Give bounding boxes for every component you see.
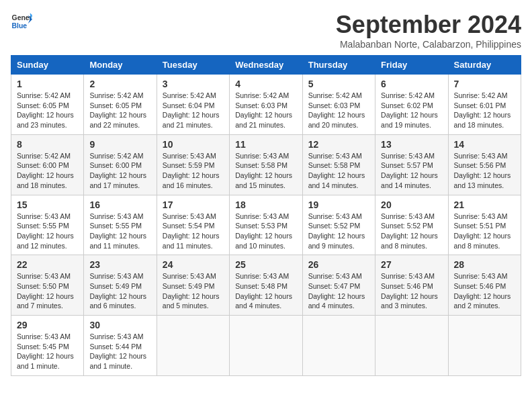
- day-number: 29: [17, 320, 78, 330]
- week-row-3: 15Sunrise: 5:43 AMSunset: 5:55 PMDayligh…: [11, 195, 521, 255]
- week-row-1: 1Sunrise: 5:42 AMSunset: 6:05 PMDaylight…: [11, 75, 521, 135]
- calendar-cell: 27Sunrise: 5:43 AMSunset: 5:46 PMDayligh…: [375, 255, 448, 316]
- day-number: 3: [163, 79, 224, 89]
- day-number: 5: [308, 79, 369, 89]
- day-number: 26: [308, 259, 369, 270]
- cell-content: Sunrise: 5:43 AMSunset: 5:44 PMDaylight:…: [89, 332, 150, 371]
- cell-content: Sunrise: 5:43 AMSunset: 5:56 PMDaylight:…: [454, 151, 515, 191]
- cell-content: Sunrise: 5:43 AMSunset: 5:51 PMDaylight:…: [454, 212, 515, 251]
- weekday-header-tuesday: Tuesday: [157, 56, 229, 75]
- calendar-cell: 6Sunrise: 5:42 AMSunset: 6:02 PMDaylight…: [375, 75, 448, 135]
- cell-content: Sunrise: 5:43 AMSunset: 5:49 PMDaylight:…: [163, 271, 224, 311]
- day-number: 16: [89, 199, 150, 210]
- day-number: 20: [381, 199, 442, 210]
- calendar-cell: 23Sunrise: 5:43 AMSunset: 5:49 PMDayligh…: [84, 255, 157, 316]
- calendar-cell: 2Sunrise: 5:42 AMSunset: 6:05 PMDaylight…: [84, 75, 157, 135]
- calendar-cell: 9Sunrise: 5:42 AMSunset: 6:00 PMDaylight…: [84, 134, 157, 195]
- cell-content: Sunrise: 5:42 AMSunset: 6:05 PMDaylight:…: [89, 91, 150, 130]
- day-number: 22: [17, 259, 78, 270]
- cell-content: Sunrise: 5:43 AMSunset: 5:55 PMDaylight:…: [17, 212, 78, 251]
- calendar-cell: [157, 316, 229, 376]
- day-number: 15: [17, 199, 78, 210]
- cell-content: Sunrise: 5:42 AMSunset: 6:03 PMDaylight:…: [235, 91, 296, 130]
- week-row-4: 22Sunrise: 5:43 AMSunset: 5:50 PMDayligh…: [11, 255, 521, 316]
- calendar-cell: 13Sunrise: 5:43 AMSunset: 5:57 PMDayligh…: [375, 134, 448, 195]
- calendar-cell: 22Sunrise: 5:43 AMSunset: 5:50 PMDayligh…: [11, 255, 84, 316]
- calendar-cell: 11Sunrise: 5:43 AMSunset: 5:58 PMDayligh…: [230, 134, 302, 195]
- day-number: 23: [89, 259, 150, 270]
- cell-content: Sunrise: 5:43 AMSunset: 5:58 PMDaylight:…: [235, 151, 296, 191]
- day-number: 12: [308, 139, 369, 150]
- calendar-cell: 16Sunrise: 5:43 AMSunset: 5:55 PMDayligh…: [84, 195, 157, 255]
- cell-content: Sunrise: 5:43 AMSunset: 5:46 PMDaylight:…: [454, 271, 515, 311]
- cell-content: Sunrise: 5:43 AMSunset: 5:49 PMDaylight:…: [89, 271, 150, 311]
- day-number: 6: [381, 79, 442, 89]
- calendar-cell: [448, 316, 521, 376]
- cell-content: Sunrise: 5:43 AMSunset: 5:47 PMDaylight:…: [308, 271, 369, 311]
- calendar-cell: 10Sunrise: 5:43 AMSunset: 5:59 PMDayligh…: [157, 134, 229, 195]
- weekday-header-friday: Friday: [375, 56, 448, 75]
- cell-content: Sunrise: 5:42 AMSunset: 6:04 PMDaylight:…: [163, 91, 224, 130]
- logo: General Blue: [11, 11, 32, 32]
- weekday-header-row: SundayMondayTuesdayWednesdayThursdayFrid…: [11, 56, 521, 75]
- cell-content: Sunrise: 5:43 AMSunset: 5:55 PMDaylight:…: [89, 212, 150, 251]
- day-number: 11: [235, 139, 296, 150]
- day-number: 19: [308, 199, 369, 210]
- weekday-header-sunday: Sunday: [11, 56, 84, 75]
- calendar-cell: 30Sunrise: 5:43 AMSunset: 5:44 PMDayligh…: [84, 316, 157, 376]
- day-number: 25: [235, 259, 296, 270]
- calendar-cell: 25Sunrise: 5:43 AMSunset: 5:48 PMDayligh…: [230, 255, 302, 316]
- day-number: 9: [89, 139, 150, 150]
- logo-icon: General Blue: [11, 11, 32, 32]
- day-number: 21: [454, 199, 515, 210]
- calendar-cell: 12Sunrise: 5:43 AMSunset: 5:58 PMDayligh…: [302, 134, 375, 195]
- cell-content: Sunrise: 5:42 AMSunset: 6:05 PMDaylight:…: [17, 91, 78, 130]
- day-number: 28: [454, 259, 515, 270]
- weekday-header-wednesday: Wednesday: [230, 56, 302, 75]
- calendar-table: SundayMondayTuesdayWednesdayThursdayFrid…: [11, 55, 521, 376]
- calendar-cell: 29Sunrise: 5:43 AMSunset: 5:45 PMDayligh…: [11, 316, 84, 376]
- calendar-cell: 14Sunrise: 5:43 AMSunset: 5:56 PMDayligh…: [448, 134, 521, 195]
- day-number: 30: [89, 320, 150, 330]
- day-number: 1: [17, 79, 78, 89]
- day-number: 10: [163, 139, 224, 150]
- calendar-cell: 1Sunrise: 5:42 AMSunset: 6:05 PMDaylight…: [11, 75, 84, 135]
- calendar-cell: 8Sunrise: 5:42 AMSunset: 6:00 PMDaylight…: [11, 134, 84, 195]
- cell-content: Sunrise: 5:43 AMSunset: 5:52 PMDaylight:…: [308, 212, 369, 251]
- cell-content: Sunrise: 5:42 AMSunset: 6:00 PMDaylight:…: [89, 151, 150, 191]
- svg-text:General: General: [12, 14, 32, 21]
- calendar-cell: [302, 316, 375, 376]
- day-number: 17: [163, 199, 224, 210]
- month-title: September 2024: [336, 11, 521, 39]
- calendar-cell: 20Sunrise: 5:43 AMSunset: 5:52 PMDayligh…: [375, 195, 448, 255]
- cell-content: Sunrise: 5:43 AMSunset: 5:50 PMDaylight:…: [17, 271, 78, 311]
- cell-content: Sunrise: 5:42 AMSunset: 6:01 PMDaylight:…: [454, 91, 515, 130]
- cell-content: Sunrise: 5:43 AMSunset: 5:48 PMDaylight:…: [235, 271, 296, 311]
- calendar-cell: 3Sunrise: 5:42 AMSunset: 6:04 PMDaylight…: [157, 75, 229, 135]
- day-number: 8: [17, 139, 78, 150]
- week-row-2: 8Sunrise: 5:42 AMSunset: 6:00 PMDaylight…: [11, 134, 521, 195]
- cell-content: Sunrise: 5:43 AMSunset: 5:57 PMDaylight:…: [381, 151, 442, 191]
- calendar-cell: 5Sunrise: 5:42 AMSunset: 6:03 PMDaylight…: [302, 75, 375, 135]
- cell-content: Sunrise: 5:42 AMSunset: 6:02 PMDaylight:…: [381, 91, 442, 130]
- day-number: 4: [235, 79, 296, 89]
- day-number: 24: [163, 259, 224, 270]
- cell-content: Sunrise: 5:43 AMSunset: 5:52 PMDaylight:…: [381, 212, 442, 251]
- day-number: 13: [381, 139, 442, 150]
- day-number: 2: [89, 79, 150, 89]
- location: Malabanban Norte, Calabarzon, Philippine…: [336, 39, 521, 50]
- cell-content: Sunrise: 5:43 AMSunset: 5:46 PMDaylight:…: [381, 271, 442, 311]
- day-number: 7: [454, 79, 515, 89]
- title-block: September 2024 Malabanban Norte, Calabar…: [336, 11, 521, 50]
- calendar-cell: 7Sunrise: 5:42 AMSunset: 6:01 PMDaylight…: [448, 75, 521, 135]
- cell-content: Sunrise: 5:43 AMSunset: 5:59 PMDaylight:…: [163, 151, 224, 191]
- weekday-header-thursday: Thursday: [302, 56, 375, 75]
- cell-content: Sunrise: 5:42 AMSunset: 6:03 PMDaylight:…: [308, 91, 369, 130]
- calendar-cell: 26Sunrise: 5:43 AMSunset: 5:47 PMDayligh…: [302, 255, 375, 316]
- calendar-cell: 28Sunrise: 5:43 AMSunset: 5:46 PMDayligh…: [448, 255, 521, 316]
- weekday-header-saturday: Saturday: [448, 56, 521, 75]
- calendar-cell: 24Sunrise: 5:43 AMSunset: 5:49 PMDayligh…: [157, 255, 229, 316]
- day-number: 14: [454, 139, 515, 150]
- cell-content: Sunrise: 5:43 AMSunset: 5:53 PMDaylight:…: [235, 212, 296, 251]
- weekday-header-monday: Monday: [84, 56, 157, 75]
